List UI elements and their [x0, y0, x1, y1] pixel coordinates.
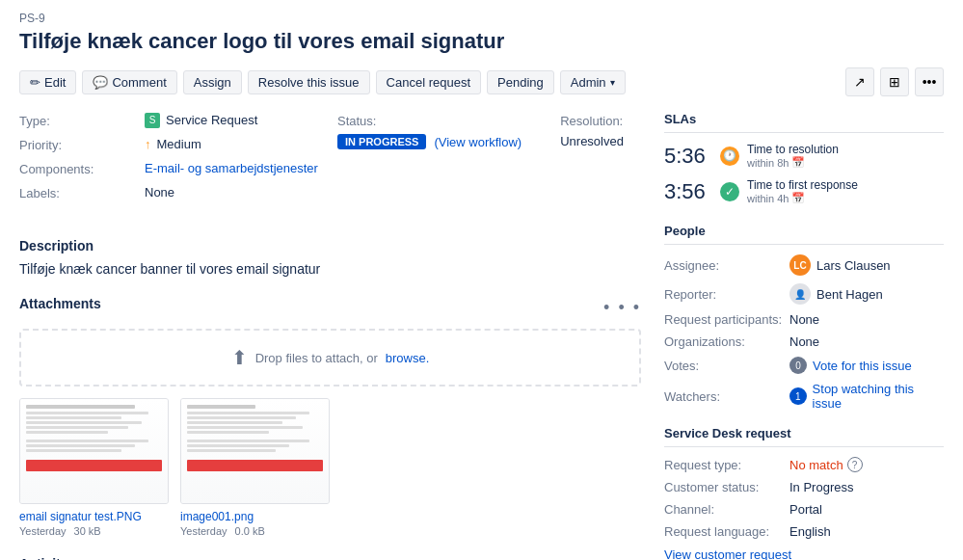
- priority-label: Priority:: [19, 136, 145, 152]
- attachment-2-date: Yesterday: [180, 525, 227, 537]
- vote-link[interactable]: Vote for this issue: [813, 359, 912, 373]
- components-label: Components:: [19, 160, 145, 176]
- attachment-1-name[interactable]: email signatur test.PNG: [19, 510, 169, 523]
- assignee-label: Assignee:: [664, 258, 789, 273]
- share-button[interactable]: ↗: [845, 67, 874, 96]
- reporter-row: Reporter: 👤 Bent Hagen: [664, 283, 944, 305]
- assignee-row: Assignee: LC Lars Clausen: [664, 254, 944, 276]
- main-content: Type: S Service Request Priority: ↑ Medi…: [19, 112, 944, 560]
- request-language-label: Request language:: [664, 524, 789, 539]
- attachments-more-button[interactable]: • • •: [603, 298, 641, 318]
- chevron-down-icon: ▾: [610, 77, 615, 88]
- resolution-label: Resolution:: [560, 112, 624, 128]
- status-block: Status: IN PROGRESS (View workflow): [337, 112, 522, 149]
- description-text: Tilføje knæk cancer banner til vores ema…: [19, 261, 641, 277]
- description-title: Description: [19, 238, 641, 253]
- request-type-row: Request type: No match ?: [664, 457, 944, 472]
- sla-clock-icon-1: 🕐: [720, 147, 739, 166]
- votes-row: Votes: 0 Vote for this issue: [664, 357, 944, 374]
- more-options-button[interactable]: •••: [915, 67, 944, 96]
- reporter-avatar: 👤: [789, 283, 811, 305]
- more-icon: •••: [923, 74, 937, 90]
- attachments-header: Attachments • • •: [19, 296, 641, 319]
- attachment-thumb-1[interactable]: [19, 398, 169, 504]
- sla-check-icon-2: ✓: [720, 182, 739, 201]
- attachments-grid: email signatur test.PNG Yesterday 30 kB: [19, 398, 641, 537]
- request-type-label: Request type:: [664, 458, 789, 472]
- pending-button[interactable]: Pending: [487, 70, 554, 94]
- request-language-value: English: [789, 524, 944, 539]
- assign-button[interactable]: Assign: [183, 70, 242, 94]
- meta-grid: Type: S Service Request Priority: ↑ Medi…: [19, 112, 641, 200]
- reporter-value: 👤 Bent Hagen: [789, 283, 944, 305]
- resolution-value: Unresolved: [560, 134, 624, 148]
- attachment-2-size: 0.0 kB: [235, 525, 265, 537]
- calendar-icon-1: 📅: [791, 156, 805, 169]
- sla-info-1: Time to resolution within 8h 📅: [747, 143, 839, 169]
- comment-button[interactable]: 💬 Comment: [82, 70, 176, 94]
- channel-value: Portal: [789, 502, 944, 517]
- assignee-value: LC Lars Clausen: [789, 254, 944, 276]
- reporter-name: Bent Hagen: [816, 287, 883, 302]
- browse-link[interactable]: browse.: [386, 351, 430, 365]
- activity-title: Activity: [19, 556, 68, 560]
- attachment-thumb-2[interactable]: [180, 398, 330, 504]
- watchers-value: 1 Stop watching this issue: [789, 382, 944, 411]
- toolbar-right-actions: ↗ ⊞ •••: [845, 67, 944, 96]
- attachments-title: Attachments: [19, 296, 101, 311]
- edit-button[interactable]: ✏ Edit: [19, 70, 76, 94]
- attachment-item: email signatur test.PNG Yesterday 30 kB: [19, 398, 169, 537]
- sla-sublabel-1: within 8h 📅: [747, 156, 839, 169]
- service-desk-title: Service Desk request: [664, 426, 944, 447]
- votes-label: Votes:: [664, 359, 789, 373]
- channel-row: Channel: Portal: [664, 502, 944, 517]
- labels-value: None: [145, 184, 641, 200]
- service-request-icon: S: [145, 113, 160, 128]
- service-desk-section: Service Desk request Request type: No ma…: [664, 426, 944, 560]
- upload-icon: ⬆: [231, 346, 248, 369]
- resolution-block: Resolution: Unresolved: [560, 112, 624, 149]
- labels-label: Labels:: [19, 184, 145, 200]
- attachments-section: Attachments • • • ⬆ Drop files to attach…: [19, 296, 641, 537]
- components-link[interactable]: E-mail- og samarbejdstjenester: [145, 161, 318, 175]
- votes-value: 0 Vote for this issue: [789, 357, 944, 374]
- person-icon: 👤: [794, 289, 806, 300]
- sla-sublabel-2: within 4h 📅: [747, 192, 858, 204]
- attachment-1-date: Yesterday: [19, 525, 67, 537]
- sla-item-2: 3:56 ✓ Time to first response within 4h …: [664, 178, 944, 204]
- share-icon: ↗: [854, 74, 866, 90]
- customer-status-label: Customer status:: [664, 480, 789, 494]
- attachment-item: image001.png Yesterday 0.0 kB: [180, 398, 330, 537]
- watchers-link[interactable]: Stop watching this issue: [813, 382, 944, 411]
- attachment-2-name[interactable]: image001.png: [180, 510, 330, 523]
- drop-zone[interactable]: ⬆ Drop files to attach, or browse.: [19, 329, 641, 387]
- status-label: Status:: [337, 112, 522, 128]
- people-title: People: [664, 224, 944, 245]
- assignee-avatar: LC: [789, 254, 811, 276]
- bookmark-button[interactable]: ⊞: [880, 67, 909, 96]
- resolve-button[interactable]: Resolve this issue: [248, 70, 370, 94]
- no-match-text: No match: [789, 458, 843, 472]
- cancel-button[interactable]: Cancel request: [376, 70, 481, 94]
- drop-text: Drop files to attach, or: [255, 351, 378, 365]
- components-value: E-mail- og samarbejdstjenester: [145, 160, 641, 176]
- issue-title: Tilføje knæk cancer logo til vores email…: [19, 29, 944, 54]
- request-language-row: Request language: English: [664, 524, 944, 539]
- view-workflow-link[interactable]: (View workflow): [434, 135, 522, 149]
- channel-label: Channel:: [664, 502, 789, 517]
- attachment-1-size: 30 kB: [74, 525, 101, 537]
- edit-icon: ✏: [30, 75, 40, 90]
- view-customer-request-link[interactable]: View customer request: [664, 547, 791, 560]
- status-value-row: IN PROGRESS (View workflow): [337, 134, 522, 149]
- sla-item-1: 5:36 🕐 Time to resolution within 8h 📅: [664, 143, 944, 169]
- sla-section: SLAs 5:36 🕐 Time to resolution within 8h…: [664, 112, 944, 204]
- customer-status-row: Customer status: In Progress: [664, 480, 944, 494]
- watchers-row: Watchers: 1 Stop watching this issue: [664, 382, 944, 411]
- watchers-count-badge: 1: [789, 387, 807, 405]
- assignee-name: Lars Clausen: [816, 258, 891, 273]
- right-panel: SLAs 5:36 🕐 Time to resolution within 8h…: [664, 112, 944, 560]
- attachment-2-meta: Yesterday 0.0 kB: [180, 525, 330, 537]
- admin-button[interactable]: Admin ▾: [560, 70, 626, 94]
- sla-title: SLAs: [664, 112, 944, 133]
- participants-label: Request participants:: [664, 312, 789, 327]
